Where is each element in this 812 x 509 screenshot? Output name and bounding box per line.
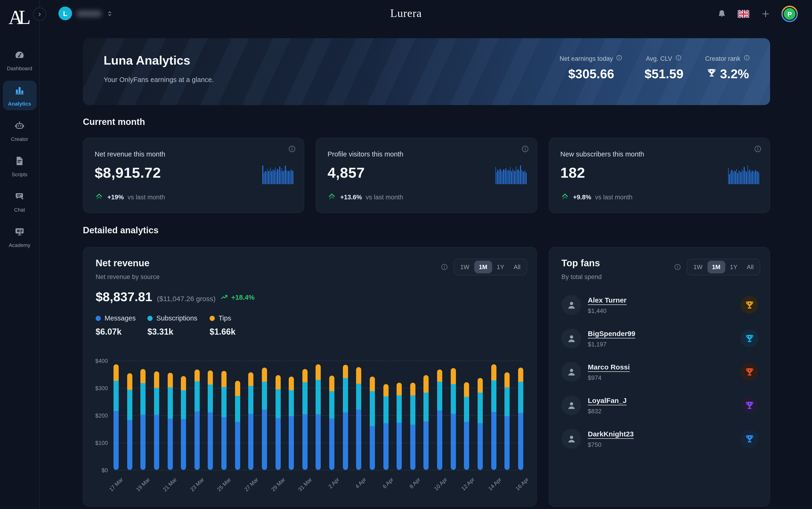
chart-bar[interactable] xyxy=(424,375,429,470)
info-icon[interactable] xyxy=(521,145,529,155)
chart-bar[interactable] xyxy=(464,382,469,470)
sparkline-bar xyxy=(755,170,756,184)
chart-bar[interactable] xyxy=(302,369,307,470)
chart-bar-segment-messages xyxy=(383,423,388,470)
sparkline-bar xyxy=(283,171,284,184)
sidebar-item-analytics[interactable]: Analytics xyxy=(3,80,37,110)
chart-bar-segment-messages xyxy=(329,418,334,470)
fan-name-link[interactable]: Alex Turner xyxy=(588,296,627,304)
sidebar-item-dashboard[interactable]: Dashboard xyxy=(3,45,37,75)
legend-dot xyxy=(210,315,215,321)
info-icon[interactable] xyxy=(675,54,682,63)
sparkline-bar xyxy=(268,171,269,184)
add-button[interactable] xyxy=(760,9,771,19)
top-fans-range-1y[interactable]: 1Y xyxy=(725,261,742,273)
sparkline-bar xyxy=(741,172,741,184)
sparkline-bar xyxy=(742,169,742,184)
chart-bar[interactable] xyxy=(141,369,146,470)
sparkline-bar xyxy=(736,169,737,184)
net-revenue-range-1y[interactable]: 1Y xyxy=(492,261,509,273)
chart-bar[interactable] xyxy=(505,372,510,470)
sparkline xyxy=(263,164,294,184)
chart-bar[interactable] xyxy=(343,365,348,470)
trophy-badge xyxy=(740,363,758,381)
fan-name-link[interactable]: Marco Rossi xyxy=(588,363,630,371)
top-bar: L Lurera P xyxy=(0,0,812,28)
chart-x-tick-label: 6 Apr xyxy=(381,476,395,489)
stacked-bar-chart: $400$300$200$100$0 xyxy=(113,361,523,470)
banner-stat-label: Avg. CLV xyxy=(646,54,682,63)
chart-bar-segment-messages xyxy=(181,419,186,470)
notifications-button[interactable] xyxy=(716,9,727,19)
info-icon[interactable] xyxy=(440,263,448,271)
fan-avatar xyxy=(561,429,581,449)
fan-name-link[interactable]: DarkKnight23 xyxy=(588,430,634,438)
chart-bar[interactable] xyxy=(168,373,173,470)
chart-bar[interactable] xyxy=(275,375,281,470)
info-icon[interactable] xyxy=(288,145,296,155)
profile-button[interactable]: P xyxy=(781,6,798,22)
fan-name-link[interactable]: BigSpender99 xyxy=(588,329,635,337)
chart-bar[interactable] xyxy=(329,376,334,470)
top-fans-range-all[interactable]: All xyxy=(742,261,758,273)
info-icon[interactable] xyxy=(743,54,750,63)
chart-bar-segment-messages xyxy=(168,418,173,470)
sparkline-bar xyxy=(728,168,729,184)
sparkline-bar xyxy=(754,172,755,184)
net-revenue-range-1w[interactable]: 1W xyxy=(455,261,474,273)
language-button[interactable] xyxy=(738,10,749,18)
chart-bar-segment-tips xyxy=(397,383,402,396)
sparkline-bar xyxy=(274,170,274,184)
chart-bar[interactable] xyxy=(370,377,375,470)
info-icon[interactable] xyxy=(673,263,681,271)
chart-bar[interactable] xyxy=(181,376,186,470)
chart-x-tick-label: 27 Mar xyxy=(243,476,259,493)
chart-bar[interactable] xyxy=(383,384,388,470)
chart-bar[interactable] xyxy=(235,381,240,470)
net-revenue-range-all[interactable]: All xyxy=(509,261,525,273)
sparkline-bar xyxy=(752,171,752,184)
net-revenue-range-1m[interactable]: 1M xyxy=(474,261,492,273)
chart-bar[interactable] xyxy=(262,368,267,470)
chart-bar-segment-messages xyxy=(343,412,348,470)
sidebar-item-creator[interactable]: Creator xyxy=(3,116,37,146)
chart-bar-segment-subscriptions xyxy=(289,390,294,416)
info-icon[interactable] xyxy=(753,145,762,155)
sparkline-bar xyxy=(747,165,748,184)
chart-bar[interactable] xyxy=(113,364,119,470)
chart-bar[interactable] xyxy=(316,364,321,470)
chart-bar[interactable] xyxy=(518,368,523,470)
chart-bar-segment-subscriptions xyxy=(491,380,496,412)
chart-bar[interactable] xyxy=(249,372,254,470)
sparkline-bar xyxy=(501,171,502,184)
fan-name-link[interactable]: LoyalFan_J xyxy=(588,396,627,404)
chart-bar[interactable] xyxy=(478,378,483,470)
chart-bar[interactable] xyxy=(289,377,294,470)
chart-bar-segment-messages xyxy=(370,426,375,470)
fan-avatar xyxy=(561,295,581,315)
top-fans-range-1m[interactable]: 1M xyxy=(707,261,725,273)
sparkline-bar xyxy=(496,172,497,184)
chart-bar[interactable] xyxy=(397,383,402,470)
chart-bar[interactable] xyxy=(356,367,362,470)
chart-bar[interactable] xyxy=(437,370,442,470)
chart-bar[interactable] xyxy=(491,364,496,470)
sparkline-bar xyxy=(759,173,759,184)
sidebar-item-chat[interactable]: Chat xyxy=(3,186,37,216)
info-icon[interactable] xyxy=(616,54,623,63)
chart-bar-segment-messages xyxy=(127,420,132,470)
chart-bar[interactable] xyxy=(194,370,200,470)
sidebar-collapse-button[interactable] xyxy=(33,7,46,21)
sidebar-item-scripts[interactable]: Scripts xyxy=(3,151,37,181)
chart-bar[interactable] xyxy=(450,368,456,470)
chart-bar-segment-subscriptions xyxy=(397,396,402,423)
sparkline-bar xyxy=(508,170,509,184)
chart-bar[interactable] xyxy=(154,371,159,470)
sparkline-bar xyxy=(273,169,273,184)
chart-bar[interactable] xyxy=(410,383,415,470)
sidebar-item-academy[interactable]: Academy xyxy=(3,222,37,252)
chart-bar[interactable] xyxy=(221,371,227,470)
top-fans-range-1w[interactable]: 1W xyxy=(689,261,707,273)
top-fans-subtitle: By total spend xyxy=(561,273,602,280)
chart-bar[interactable] xyxy=(208,370,213,470)
